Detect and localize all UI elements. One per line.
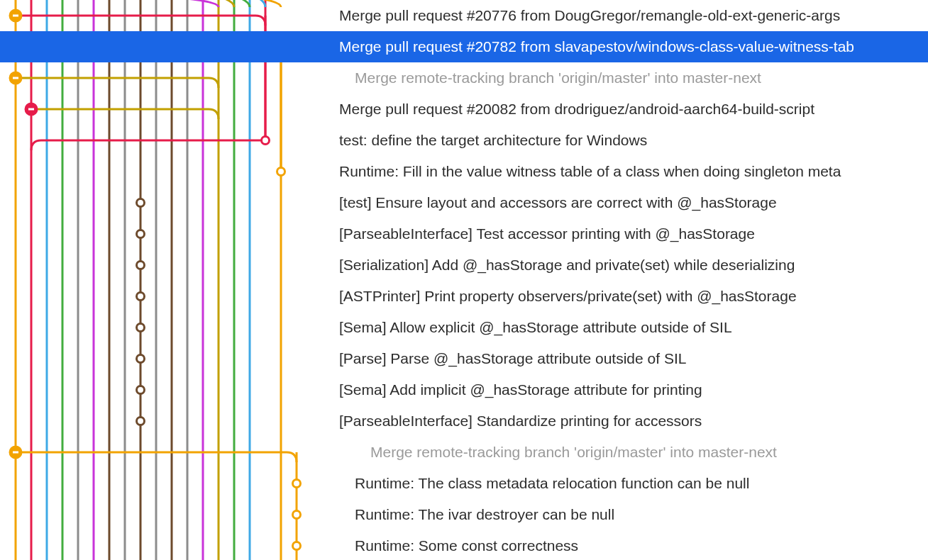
commit-row[interactable]: Runtime: Fill in the value witness table… <box>0 156 928 187</box>
commit-message: [Serialization] Add @_hasStorage and pri… <box>339 250 795 281</box>
commit-row[interactable]: [test] Ensure layout and accessors are c… <box>0 187 928 218</box>
commit-message: Runtime: Fill in the value witness table… <box>339 156 841 187</box>
commit-message: Runtime: The class metadata relocation f… <box>355 468 749 499</box>
commit-message: Runtime: The ivar destroyer can be null <box>355 499 614 530</box>
commit-message: Runtime: Some const correctness <box>355 530 578 560</box>
commit-row[interactable]: Merge remote-tracking branch 'origin/mas… <box>0 437 928 468</box>
commit-message: Merge pull request #20782 from slavapest… <box>339 31 854 62</box>
commit-row[interactable]: [Sema] Allow explicit @_hasStorage attri… <box>0 312 928 343</box>
commit-row[interactable]: [ParseableInterface] Standardize printin… <box>0 405 928 437</box>
commit-row[interactable]: Merge pull request #20776 from DougGrego… <box>0 0 928 31</box>
commit-message: [test] Ensure layout and accessors are c… <box>339 187 777 218</box>
commit-message: Merge pull request #20776 from DougGrego… <box>339 0 840 31</box>
commit-row[interactable]: Runtime: The class metadata relocation f… <box>0 468 928 499</box>
commit-message: Merge pull request #20082 from drodrigue… <box>339 94 814 125</box>
commit-row[interactable]: [Sema] Add implicit @_hasStorage attribu… <box>0 374 928 405</box>
commit-row[interactable]: test: define the target architecture for… <box>0 125 928 156</box>
commit-row[interactable]: Merge pull request #20082 from drodrigue… <box>0 94 928 125</box>
commit-row[interactable]: Runtime: Some const correctness <box>0 530 928 560</box>
commit-message: Merge remote-tracking branch 'origin/mas… <box>370 437 777 468</box>
commit-message: [Sema] Allow explicit @_hasStorage attri… <box>339 312 732 343</box>
commit-message: [Parse] Parse @_hasStorage attribute out… <box>339 343 686 374</box>
commit-row[interactable]: Runtime: The ivar destroyer can be null <box>0 499 928 530</box>
git-graph-panel: { "colors": { "selection_bg": "#1a66e6",… <box>0 0 928 560</box>
commit-message: [ParseableInterface] Test accessor print… <box>339 218 755 250</box>
commit-row[interactable]: Merge remote-tracking branch 'origin/mas… <box>0 62 928 94</box>
commit-message: test: define the target architecture for… <box>339 125 647 156</box>
commit-row[interactable]: Merge pull request #20782 from slavapest… <box>0 31 928 62</box>
commit-message: [Sema] Add implicit @_hasStorage attribu… <box>339 374 702 405</box>
commit-message: [ParseableInterface] Standardize printin… <box>339 405 702 437</box>
commit-row[interactable]: [Parse] Parse @_hasStorage attribute out… <box>0 343 928 374</box>
commit-row[interactable]: [ASTPrinter] Print property observers/pr… <box>0 281 928 312</box>
commit-message: [ASTPrinter] Print property observers/pr… <box>339 281 797 312</box>
commit-message: Merge remote-tracking branch 'origin/mas… <box>355 62 761 94</box>
commit-row[interactable]: [Serialization] Add @_hasStorage and pri… <box>0 250 928 281</box>
commit-row[interactable]: [ParseableInterface] Test accessor print… <box>0 218 928 250</box>
